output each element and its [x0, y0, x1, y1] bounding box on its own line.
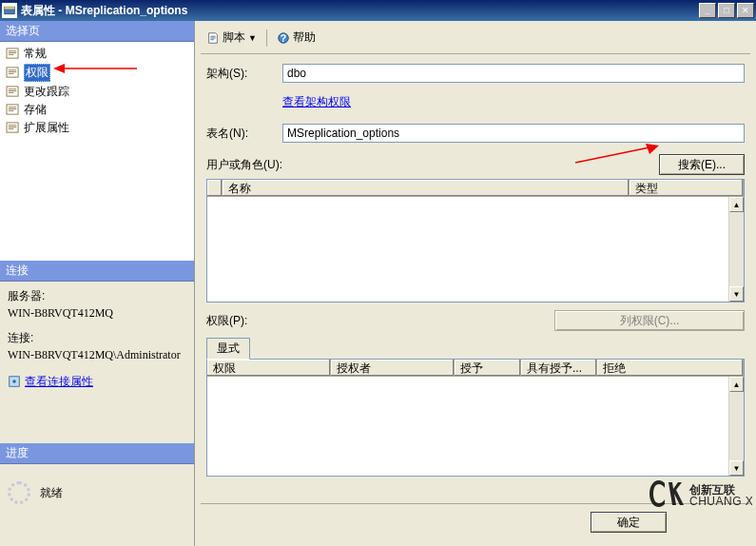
app-icon	[2, 3, 17, 18]
server-label: 服务器:	[8, 287, 186, 304]
connection-panel: 服务器: WIN-B8RVQT412MQ 连接: WIN-B8RVQT412MQ…	[0, 282, 194, 443]
progress-spinner-icon	[8, 481, 30, 504]
grid-header-deny[interactable]: 拒绝	[597, 360, 744, 376]
permissions-grid-scrollbar[interactable]: ▲ ▼	[728, 377, 744, 476]
sidebar-item-extended-properties[interactable]: 扩展属性	[3, 119, 191, 137]
permissions-label: 权限(P):	[206, 313, 247, 329]
page-icon	[5, 86, 20, 99]
sidebar-item-change-tracking[interactable]: 更改跟踪	[3, 83, 191, 101]
grid-scrollbar[interactable]: ▲ ▼	[728, 197, 744, 302]
watermark-logo: 创新互联 CHUANG XIN HU LIAN	[648, 477, 752, 514]
progress-status: 就绪	[40, 485, 63, 501]
connection-properties-icon	[8, 375, 21, 388]
page-icon	[5, 104, 20, 117]
connection-header: 连接	[0, 261, 194, 282]
page-icon	[5, 67, 20, 80]
toolbar: 脚本 ▼ ? 帮助	[201, 25, 750, 54]
script-button[interactable]: 脚本 ▼	[203, 28, 261, 48]
ok-button[interactable]: 确定	[591, 512, 667, 533]
window-title: 表属性 - MSreplication_options	[21, 3, 699, 19]
progress-panel: 就绪	[0, 464, 194, 546]
sidebar-header: 选择页	[0, 21, 194, 42]
help-icon: ?	[277, 31, 290, 45]
permissions-grid[interactable]: 权限 授权者 授予 具有授予... 拒绝 ▲ ▼	[206, 359, 745, 477]
window-titlebar: 表属性 - MSreplication_options _ □ ✕	[0, 0, 756, 21]
scroll-up-icon[interactable]: ▲	[729, 377, 744, 392]
svg-rect-7	[7, 68, 18, 77]
grid-header-grantor[interactable]: 授权者	[331, 360, 455, 376]
maximize-button[interactable]: □	[718, 3, 735, 18]
search-button[interactable]: 搜索(E)...	[659, 154, 745, 175]
row-selector-header	[207, 180, 223, 196]
table-name-input[interactable]	[282, 124, 745, 143]
users-grid[interactable]: 名称 类型 ▲ ▼	[206, 179, 745, 302]
script-icon	[206, 31, 220, 45]
grid-header-name[interactable]: 名称	[223, 180, 630, 196]
grid-header-permission[interactable]: 权限	[207, 360, 331, 376]
schema-input[interactable]	[282, 64, 745, 83]
svg-text:?: ?	[281, 31, 286, 43]
close-button[interactable]: ✕	[737, 3, 754, 18]
nav-list: 常规 权限 更改跟踪 存储 扩展属性	[0, 42, 194, 261]
server-value: WIN-B8RVQT412MQ	[8, 304, 186, 322]
page-icon	[5, 48, 20, 61]
svg-point-12	[12, 380, 16, 383]
toolbar-separator	[266, 29, 267, 47]
sidebar-item-permissions[interactable]: 权限	[3, 63, 191, 83]
sidebar-item-general[interactable]: 常规	[3, 45, 191, 63]
grid-header-type[interactable]: 类型	[630, 180, 744, 196]
minimize-button[interactable]: _	[699, 3, 716, 18]
view-connection-properties-link[interactable]: 查看连接属性	[25, 373, 93, 390]
svg-rect-9	[7, 105, 18, 114]
scroll-down-icon[interactable]: ▼	[729, 286, 744, 302]
help-button[interactable]: ? 帮助	[273, 28, 320, 48]
sidebar-item-storage[interactable]: 存储	[3, 101, 191, 119]
scroll-up-icon[interactable]: ▲	[729, 197, 744, 212]
grid-header-grant[interactable]: 授予	[455, 360, 521, 376]
view-schema-permissions-link[interactable]: 查看架构权限	[282, 94, 351, 110]
dropdown-caret-icon: ▼	[248, 33, 257, 43]
scroll-down-icon[interactable]: ▼	[729, 460, 744, 476]
page-icon	[5, 122, 20, 135]
svg-rect-8	[7, 87, 18, 96]
progress-header: 进度	[0, 443, 194, 464]
connection-label: 连接:	[8, 329, 186, 346]
svg-rect-5	[5, 7, 15, 9]
grid-header-with-grant[interactable]: 具有授予...	[521, 360, 597, 376]
table-name-label: 表名(N):	[206, 126, 275, 142]
svg-text:CHUANG XIN HU LIAN: CHUANG XIN HU LIAN	[689, 495, 752, 508]
column-permissions-button[interactable]: 列权限(C)...	[554, 310, 745, 331]
connection-value: WIN-B8RVQT412MQ\Administrator	[8, 346, 186, 363]
users-or-roles-label: 用户或角色(U):	[206, 157, 651, 173]
schema-label: 架构(S):	[206, 66, 275, 82]
tab-explicit[interactable]: 显式	[206, 338, 250, 360]
